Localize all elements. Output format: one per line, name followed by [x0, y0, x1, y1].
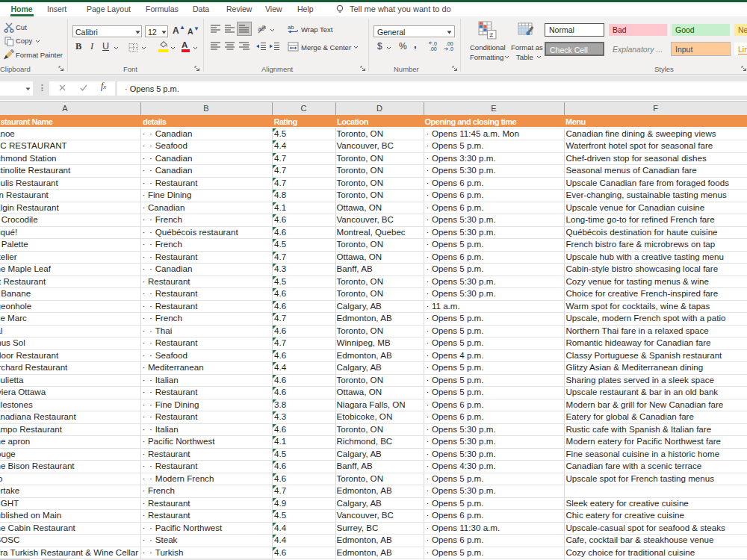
svg-text:≠: ≠ [489, 31, 493, 39]
svg-text:.0: .0 [433, 41, 437, 46]
svg-text:ab: ab [288, 24, 294, 31]
svg-text:.0: .0 [449, 46, 453, 52]
svg-text:.00: .00 [446, 41, 453, 46]
svg-text:ab: ab [258, 25, 264, 32]
svg-text:.00: .00 [430, 46, 437, 52]
